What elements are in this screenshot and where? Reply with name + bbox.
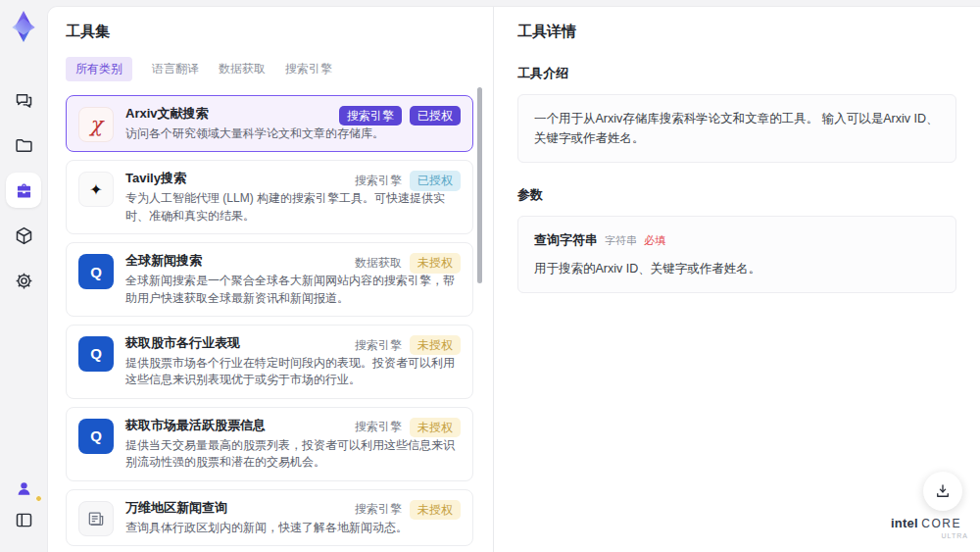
auth-status-badge: 未授权 <box>410 500 461 520</box>
arxiv-logo-icon: χ <box>78 107 114 142</box>
intel-core-logo: intel CORE ULTRA <box>884 517 968 540</box>
user-status-dot <box>35 495 42 502</box>
tab-all-categories[interactable]: 所有类别 <box>66 57 132 81</box>
category-label: 数据获取 <box>355 255 402 272</box>
tool-description: 提供股票市场各个行业在特定时间段内的表现。投资者可以利用这些信息来识别表现优于或… <box>125 355 461 389</box>
param-type: 字符串 <box>605 232 637 250</box>
category-badge: 搜索引擎 <box>339 106 402 125</box>
tab-data-acquisition[interactable]: 数据获取 <box>219 57 266 81</box>
category-label: 搜索引擎 <box>355 173 402 189</box>
category-label: 搜索引擎 <box>355 337 402 354</box>
tool-card-tavily-search[interactable]: ✦ Tavily搜索 专为人工智能代理 (LLM) 构建的搜索引擎工具。可快速提… <box>66 160 473 234</box>
tool-description: 访问各个研究领域大量科学论文和文章的存储库。 <box>125 125 461 142</box>
params-heading: 参数 <box>517 186 956 204</box>
tavily-star-icon: ✦ <box>78 172 114 207</box>
news-search-icon: Q <box>78 336 114 372</box>
tool-description: 专为人工智能代理 (LLM) 构建的搜索引擎工具。可快速提供实时、准确和真实的结… <box>125 190 461 225</box>
tools-panel-title: 工具集 <box>66 23 475 41</box>
newspaper-icon <box>78 501 114 536</box>
nav-cube-icon[interactable] <box>6 218 41 253</box>
list-scrollbar-thumb[interactable] <box>477 87 482 283</box>
nav-settings-gear-icon[interactable] <box>6 263 41 298</box>
intro-heading: 工具介绍 <box>517 65 956 82</box>
tool-description: 全球新闻搜索是一个聚合全球各大新闻网站内容的搜索引擎，帮助用户快速获取全球最新资… <box>125 273 461 307</box>
left-nav-rail <box>0 0 47 552</box>
news-search-icon: Q <box>78 419 114 454</box>
tool-description: 提供当天交易量最高的股票列表，投资者可以利用这些信息来识别流动性强的股票和潜在的… <box>125 437 461 472</box>
app-logo-icon <box>7 10 40 43</box>
tool-card-arxiv-search[interactable]: χ Arxiv文献搜索 访问各个研究领域大量科学论文和文章的存储库。 搜索引擎 … <box>66 95 473 152</box>
auth-status-badge: 未授权 <box>410 418 461 437</box>
category-label: 搜索引擎 <box>355 501 402 518</box>
user-avatar-icon[interactable] <box>6 474 41 503</box>
nav-toolbox-icon[interactable] <box>6 173 41 208</box>
tool-details-panel: 工具详情 工具介绍 一个用于从Arxiv存储库搜索科学论文和文章的工具。 输入可… <box>494 7 980 552</box>
tool-card-regional-news-query[interactable]: 万维地区新闻查询 查询具体行政区划内的新闻，快速了解各地新闻动态。 搜索引擎 未… <box>66 489 473 546</box>
tab-search-engine[interactable]: 搜索引擎 <box>285 57 332 81</box>
tool-description: 查询具体行政区划内的新闻，快速了解各地新闻动态。 <box>125 520 461 536</box>
tab-language-translation[interactable]: 语言翻译 <box>152 57 199 81</box>
intro-box: 一个用于从Arxiv存储库搜索科学论文和文章的工具。 输入可以是Arxiv ID… <box>517 94 956 163</box>
param-required-flag: 必填 <box>644 232 665 250</box>
tool-card-stock-sector-performance[interactable]: Q 获取股市各行业表现 提供股票市场各个行业在特定时间段内的表现。投资者可以利用… <box>66 325 473 399</box>
auth-status-badge: 未授权 <box>410 253 461 273</box>
tool-card-most-active-stocks[interactable]: Q 获取市场最活跃股票信息 提供当天交易量最高的股票列表，投资者可以利用这些信息… <box>66 407 473 481</box>
details-title: 工具详情 <box>517 23 956 41</box>
tools-list-panel: 工具集 所有类别 语言翻译 数据获取 搜索引擎 χ Arxiv文献搜索 访问各个… <box>48 7 494 552</box>
download-button[interactable] <box>923 472 962 511</box>
nav-folder-icon[interactable] <box>6 127 41 163</box>
category-tabs: 所有类别 语言翻译 数据获取 搜索引擎 <box>66 57 475 81</box>
main-surface: 工具集 所有类别 语言翻译 数据获取 搜索引擎 χ Arxiv文献搜索 访问各个… <box>47 6 980 552</box>
param-description: 用于搜索的Arxiv ID、关键字或作者姓名。 <box>534 259 940 278</box>
param-box: 查询字符串 字符串 必填 用于搜索的Arxiv ID、关键字或作者姓名。 <box>517 216 956 293</box>
auth-status-badge: 未授权 <box>410 335 461 355</box>
panel-toggle-icon[interactable] <box>6 505 41 534</box>
auth-status-badge: 已授权 <box>410 106 461 125</box>
tool-card-global-news-search[interactable]: Q 全球新闻搜索 全球新闻搜索是一个聚合全球各大新闻网站内容的搜索引擎，帮助用户… <box>66 242 473 317</box>
param-name: 查询字符串 <box>534 230 598 251</box>
nav-chat-icon[interactable] <box>6 82 41 118</box>
news-search-icon: Q <box>78 254 114 289</box>
category-label: 搜索引擎 <box>355 419 402 435</box>
auth-status-badge: 已授权 <box>410 171 461 190</box>
